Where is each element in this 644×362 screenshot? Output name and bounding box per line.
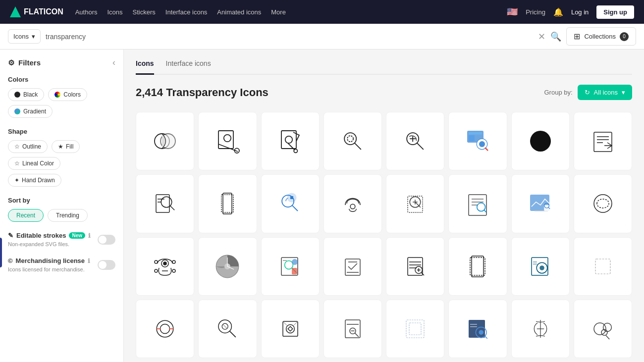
sidebar: ⚙ Filters ‹ Colors Black Colors Gradient xyxy=(0,50,124,362)
nav-stickers[interactable]: Stickers xyxy=(133,8,156,16)
icon-cell[interactable] xyxy=(323,237,382,296)
signup-button[interactable]: Sign up xyxy=(596,5,634,19)
sort-chips: Recent Trending xyxy=(8,209,115,222)
icon-cell[interactable] xyxy=(448,112,507,170)
icon-cell[interactable] xyxy=(136,300,194,358)
colors-chip-label: Colors xyxy=(63,91,81,98)
svg-line-20 xyxy=(485,148,488,151)
shape-chip-outline[interactable]: ☆ Outline xyxy=(8,140,48,153)
svg-rect-66 xyxy=(345,259,360,275)
svg-point-12 xyxy=(347,136,353,142)
icon-cell[interactable] xyxy=(261,300,320,358)
icon-cell[interactable] xyxy=(511,112,570,170)
icon-cell[interactable] xyxy=(323,112,382,170)
language-flag[interactable]: 🇺🇸 xyxy=(507,6,518,17)
icon-cell[interactable] xyxy=(574,112,632,170)
shape-chip-fill[interactable]: ★ Fill xyxy=(52,140,80,153)
icon-cell[interactable] xyxy=(511,300,570,358)
icon-cell[interactable] xyxy=(261,174,320,233)
icon-cell[interactable] xyxy=(261,237,320,296)
color-chip-colors[interactable]: Colors xyxy=(48,88,87,101)
icon-cell[interactable] xyxy=(198,174,257,233)
svg-point-55 xyxy=(172,269,175,272)
icon-cell[interactable] xyxy=(386,300,444,358)
logo[interactable]: FLATICON xyxy=(10,6,63,17)
collections-button[interactable]: ⊞ Collections 0 xyxy=(566,27,636,46)
shape-chips: ☆ Outline ★ Fill ☆ Lineal Color ✦ Hand D… xyxy=(8,140,115,187)
icon-cell[interactable] xyxy=(198,237,257,296)
icon-cell[interactable] xyxy=(136,174,194,233)
icon-cell[interactable] xyxy=(323,174,382,233)
nav-animated-icons[interactable]: Animated icons xyxy=(217,8,261,16)
color-chip-black[interactable]: Black xyxy=(8,88,44,101)
all-icons-refresh-icon: ↻ xyxy=(585,89,590,96)
search-type-selector[interactable]: Icons ▾ xyxy=(8,29,41,44)
svg-line-8 xyxy=(288,143,295,150)
main-layout: ⚙ Filters ‹ Colors Black Colors Gradient xyxy=(0,50,644,362)
icon-cell[interactable] xyxy=(574,174,632,233)
color-chip-gradient[interactable]: Gradient xyxy=(8,105,53,118)
icon-cell[interactable] xyxy=(448,237,507,296)
icon-cell[interactable] xyxy=(574,237,632,296)
svg-rect-73 xyxy=(472,256,483,277)
group-by-button[interactable]: ↻ All icons ▾ xyxy=(578,85,632,100)
nav-icons[interactable]: Icons xyxy=(107,8,123,16)
content-area: Icons Interface icons 2,414 Transparency… xyxy=(124,50,644,362)
pricing-link[interactable]: Pricing xyxy=(526,8,545,16)
editable-strokes-toggle[interactable] xyxy=(98,235,115,245)
nav-authors[interactable]: Authors xyxy=(75,8,98,16)
svg-point-35 xyxy=(350,205,355,209)
svg-line-91 xyxy=(294,321,298,325)
sidebar-header: ⚙ Filters ‹ xyxy=(8,57,115,68)
shape-chip-hand-drawn[interactable]: ✦ Hand Drawn xyxy=(8,174,61,187)
merch-info-icon[interactable]: ℹ xyxy=(88,258,90,264)
black-chip-label: Black xyxy=(23,91,38,98)
search-input[interactable] xyxy=(46,33,533,41)
svg-point-77 xyxy=(539,265,544,270)
icon-cell[interactable] xyxy=(136,237,194,296)
icon-cell[interactable] xyxy=(386,174,444,233)
nav-interface-icons[interactable]: Interface icons xyxy=(165,8,208,16)
merchandising-sublabel: Icons licensed for merchandise. xyxy=(8,266,90,272)
icon-cell[interactable] xyxy=(511,237,570,296)
svg-line-11 xyxy=(354,143,361,150)
colors-color-dot xyxy=(54,92,60,98)
svg-point-21 xyxy=(530,131,551,152)
notification-bell-icon[interactable]: 🔔 xyxy=(553,7,563,17)
icon-cell[interactable] xyxy=(386,112,444,170)
shape-chip-lineal-color[interactable]: ☆ Lineal Color xyxy=(8,157,60,170)
sidebar-collapse-button[interactable]: ‹ xyxy=(112,57,115,68)
svg-point-100 xyxy=(479,330,484,335)
icon-cell[interactable] xyxy=(261,112,320,170)
tab-interface-icons[interactable]: Interface icons xyxy=(166,59,211,75)
icon-cell[interactable] xyxy=(574,300,632,358)
nav-more[interactable]: More xyxy=(271,8,286,16)
icon-cell[interactable] xyxy=(323,300,382,358)
chevron-down-icon: ▾ xyxy=(32,33,35,40)
icon-cell[interactable] xyxy=(448,300,507,358)
svg-line-14 xyxy=(417,143,424,150)
search-submit-button[interactable]: 🔍 xyxy=(550,31,561,42)
svg-rect-16 xyxy=(469,132,482,135)
svg-rect-26 xyxy=(156,195,169,212)
icon-cell[interactable] xyxy=(136,112,194,170)
icon-cell[interactable] xyxy=(198,112,257,170)
search-clear-button[interactable]: ✕ xyxy=(538,31,545,42)
tab-icons[interactable]: Icons xyxy=(136,59,154,75)
editable-strokes-row: ✎ Editable strokes New ℹ Non-expanded SV… xyxy=(8,232,115,247)
color-chips: Black Colors Gradient xyxy=(8,88,115,118)
search-type-label: Icons xyxy=(13,33,29,40)
icon-cell[interactable] xyxy=(511,174,570,233)
svg-rect-92 xyxy=(345,320,360,338)
icon-cell[interactable] xyxy=(198,300,257,358)
login-button[interactable]: Log in xyxy=(571,8,589,16)
svg-line-95 xyxy=(355,333,359,337)
sort-chip-recent[interactable]: Recent xyxy=(8,209,44,222)
merchandising-toggle[interactable] xyxy=(98,260,115,270)
icon-cell[interactable] xyxy=(448,174,507,233)
info-icon[interactable]: ℹ xyxy=(88,232,91,239)
sidebar-accent xyxy=(0,238,2,267)
sort-chip-trending[interactable]: Trending xyxy=(48,209,88,222)
collections-count-badge: 0 xyxy=(620,32,629,41)
icon-cell[interactable] xyxy=(386,237,444,296)
